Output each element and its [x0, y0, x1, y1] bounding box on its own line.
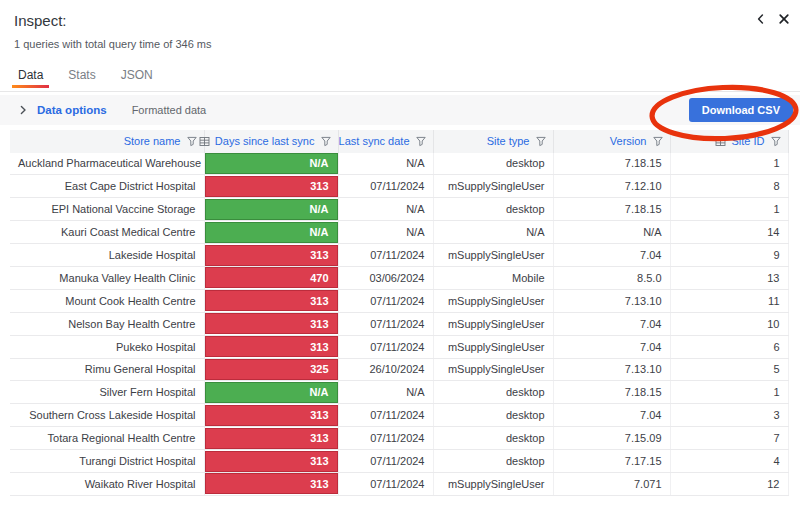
cell-store-name: Southern Cross Lakeside Hospital [10, 404, 204, 427]
cell-site-id: 6 [670, 335, 788, 358]
filter-icon[interactable] [652, 135, 664, 147]
cell-version: 7.04 [553, 335, 670, 358]
cell-days-since-last-sync: 313 [204, 404, 338, 427]
inspect-header: Inspect: 1 queries with total query time… [0, 0, 800, 50]
table-row: Southern Cross Lakeside Hospital31307/11… [10, 404, 788, 427]
cell-version: 7.04 [553, 312, 670, 335]
cell-site-id: 9 [670, 244, 788, 267]
cell-site-id: 1 [670, 153, 788, 175]
days-since-sync-badge: 313 [205, 405, 338, 426]
cell-last-sync-date: N/A [338, 381, 433, 404]
cell-store-name: East Cape District Hospital [10, 175, 204, 198]
cell-days-since-last-sync: N/A [204, 381, 338, 404]
days-since-sync-badge: N/A [205, 222, 338, 243]
filter-icon[interactable] [415, 135, 427, 147]
data-options-toggle[interactable]: Data options [18, 104, 107, 116]
cell-site-id: 1 [670, 381, 788, 404]
cell-site-type: desktop [433, 381, 553, 404]
cell-store-name: Manuka Valley Health Clinic [10, 266, 204, 289]
table-row: Turangi District Hospital31307/11/2024de… [10, 450, 788, 473]
col-header-label: Last sync date [339, 135, 410, 147]
cell-site-type: mSupplySingleUser [433, 358, 553, 381]
days-since-sync-badge: 325 [205, 359, 338, 380]
filter-icon[interactable] [535, 135, 547, 147]
close-button[interactable] [777, 12, 791, 26]
cell-days-since-last-sync: 470 [204, 266, 338, 289]
table-header-row: Store nameDays since last syncLast sync … [10, 130, 788, 153]
cell-site-type: mSupplySingleUser [433, 175, 553, 198]
data-table-wrap: Store nameDays since last syncLast sync … [10, 130, 790, 496]
table-row: Totara Regional Health Centre31307/11/20… [10, 427, 788, 450]
cell-days-since-last-sync: 325 [204, 358, 338, 381]
cell-store-name: Nelson Bay Health Centre [10, 312, 204, 335]
cell-last-sync-date: 07/11/2024 [338, 335, 433, 358]
table-row: Silver Fern HospitalN/AN/Adesktop7.18.15… [10, 381, 788, 404]
days-since-sync-badge: 313 [205, 336, 338, 357]
cell-last-sync-date: 26/10/2024 [338, 358, 433, 381]
col-header-label: Version [610, 135, 647, 147]
cell-site-id: 10 [670, 312, 788, 335]
cell-version: 7.04 [553, 404, 670, 427]
cell-store-name: Auckland Pharmaceutical Warehouse [10, 153, 204, 175]
window-controls [754, 12, 791, 26]
cell-version: 7.04 [553, 244, 670, 267]
download-csv-button[interactable]: Download CSV [689, 98, 793, 122]
days-since-sync-badge: 470 [205, 267, 338, 288]
data-table: Store nameDays since last syncLast sync … [10, 130, 789, 496]
col-header-site-type[interactable]: Site type [433, 130, 553, 153]
cell-last-sync-date: 07/11/2024 [338, 472, 433, 495]
tab-json[interactable]: JSON [115, 68, 159, 91]
cell-version: 7.17.15 [553, 450, 670, 473]
cell-store-name: EPI National Vaccine Storage [10, 198, 204, 221]
filter-icon[interactable] [320, 135, 332, 147]
col-header-days-since-last-sync[interactable]: Days since last sync [204, 130, 338, 153]
filter-icon[interactable] [186, 135, 198, 147]
days-since-sync-badge: N/A [205, 382, 338, 403]
days-since-sync-badge: N/A [205, 153, 338, 174]
cell-days-since-last-sync: N/A [204, 221, 338, 244]
cell-last-sync-date: 07/11/2024 [338, 312, 433, 335]
close-icon [778, 13, 790, 25]
cell-days-since-last-sync: 313 [204, 312, 338, 335]
col-header-last-sync-date[interactable]: Last sync date [338, 130, 433, 153]
table-row: Auckland Pharmaceutical WarehouseN/AN/Ad… [10, 153, 788, 175]
cell-site-id: 12 [670, 472, 788, 495]
collapse-panel-button[interactable] [754, 12, 768, 26]
days-since-sync-badge: 313 [205, 290, 338, 311]
cell-last-sync-date: 07/11/2024 [338, 450, 433, 473]
cell-site-id: 4 [670, 450, 788, 473]
cell-site-type: desktop [433, 450, 553, 473]
cell-store-name: Pukeko Hospital [10, 335, 204, 358]
table-row: Manuka Valley Health Clinic47003/06/2024… [10, 266, 788, 289]
days-since-sync-badge: 313 [205, 451, 338, 472]
filter-icon[interactable] [770, 135, 782, 147]
query-time-summary: 1 queries with total query time of 346 m… [14, 38, 786, 50]
cell-site-type: mSupplySingleUser [433, 289, 553, 312]
col-header-store-name[interactable]: Store name [10, 130, 204, 153]
cell-days-since-last-sync: N/A [204, 198, 338, 221]
table-row: Nelson Bay Health Centre31307/11/2024mSu… [10, 312, 788, 335]
tab-stats[interactable]: Stats [62, 68, 101, 91]
cell-days-since-last-sync: 313 [204, 335, 338, 358]
col-header-version[interactable]: Version [553, 130, 670, 153]
days-since-sync-badge: 313 [205, 313, 338, 334]
cell-last-sync-date: 07/11/2024 [338, 427, 433, 450]
cell-last-sync-date: 07/11/2024 [338, 175, 433, 198]
col-header-site-id[interactable]: Site ID [670, 130, 788, 153]
cell-site-type: mSupplySingleUser [433, 244, 553, 267]
cell-last-sync-date: 07/11/2024 [338, 404, 433, 427]
cell-days-since-last-sync: 313 [204, 472, 338, 495]
tab-data[interactable]: Data [12, 68, 49, 91]
cell-store-name: Mount Cook Health Centre [10, 289, 204, 312]
page-title: Inspect: [14, 13, 786, 30]
cell-site-id: 8 [670, 175, 788, 198]
gel-grid-icon [715, 136, 726, 147]
cell-version: N/A [553, 221, 670, 244]
cell-site-type: desktop [433, 404, 553, 427]
cell-site-type: desktop [433, 153, 553, 175]
cell-store-name: Silver Fern Hospital [10, 381, 204, 404]
days-since-sync-badge: 313 [205, 428, 338, 449]
cell-site-id: 1 [670, 198, 788, 221]
cell-site-type: desktop [433, 427, 553, 450]
days-since-sync-badge: N/A [205, 199, 338, 220]
